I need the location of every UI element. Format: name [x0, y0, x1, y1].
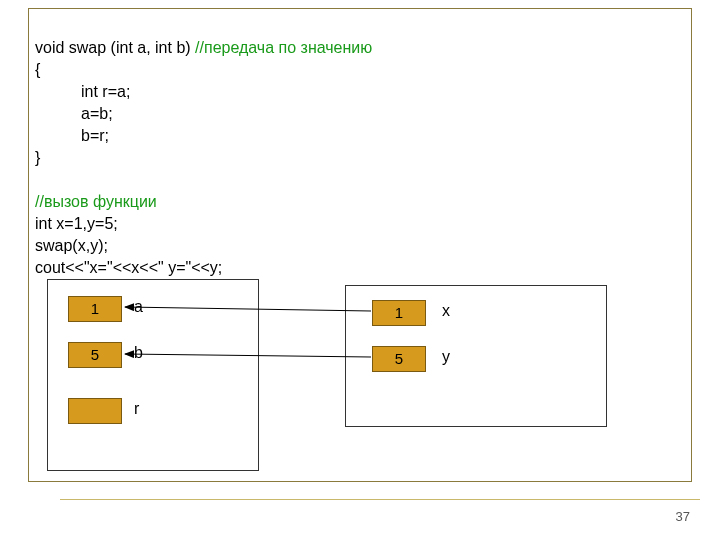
caller-scope-box: 1 x 5 y — [345, 285, 607, 427]
function-scope-box: 1 a 5 b r — [47, 279, 259, 471]
code-line-11: cout<<"x="<<x<<" y="<<y; — [35, 259, 222, 276]
memory-diagram: 1 a 5 b r 1 x 5 y — [35, 279, 685, 475]
label-r: r — [134, 400, 139, 418]
footer-rule — [60, 499, 700, 500]
code-line-9: int x=1,y=5; — [35, 215, 118, 232]
code-line-5: b=r; — [35, 127, 109, 144]
cell-r — [68, 398, 122, 424]
code-line-6: } — [35, 149, 40, 166]
code-line-8: //вызов функции — [35, 193, 157, 210]
cell-x: 1 — [372, 300, 426, 326]
code-line-1: void swap (int a, int b) //передача по з… — [35, 39, 372, 56]
cell-b: 5 — [68, 342, 122, 368]
code-line-4: a=b; — [35, 105, 113, 122]
page-number: 37 — [676, 509, 690, 524]
slide-frame: void swap (int a, int b) //передача по з… — [28, 8, 692, 482]
cell-a: 1 — [68, 296, 122, 322]
label-b: b — [134, 344, 143, 362]
label-y: y — [442, 348, 450, 366]
label-a: a — [134, 298, 143, 316]
code-line-3: int r=a; — [35, 83, 130, 100]
code-line-2: { — [35, 61, 40, 78]
code-block: void swap (int a, int b) //передача по з… — [35, 15, 685, 301]
label-x: x — [442, 302, 450, 320]
cell-y: 5 — [372, 346, 426, 372]
code-line-7 — [35, 171, 39, 188]
code-line-10: swap(x,y); — [35, 237, 108, 254]
